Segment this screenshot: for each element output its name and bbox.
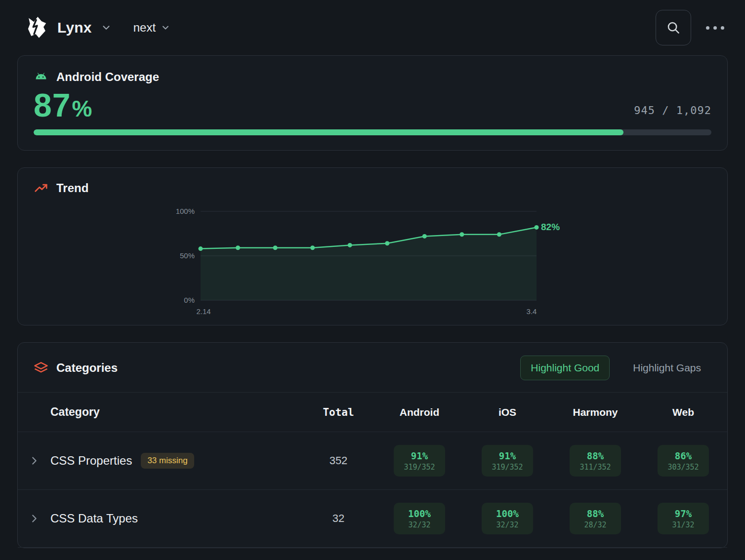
search-button[interactable] xyxy=(656,10,691,45)
highlight-toggle-group: Highlight Good Highlight Gaps xyxy=(520,356,711,380)
column-header-android: Android xyxy=(375,406,463,418)
layers-icon xyxy=(34,360,48,375)
app-switcher-button[interactable] xyxy=(99,20,114,35)
trend-title: Trend xyxy=(56,181,88,195)
coverage-progress-fill xyxy=(34,129,623,135)
branch-selector[interactable]: next xyxy=(133,21,170,35)
coverage-title: Android Coverage xyxy=(56,70,159,84)
harmony-coverage-cell: 88% 28/32 xyxy=(570,503,621,534)
table-row-css-data-types[interactable]: CSS Data Types 32 100% 32/32 100% 32/32 … xyxy=(18,490,727,548)
ios-coverage-cell: 91% 319/352 xyxy=(482,445,533,477)
column-header-ios: iOS xyxy=(463,406,551,418)
chevron-right-icon[interactable] xyxy=(29,513,40,524)
harmony-coverage-cell: 88% 311/352 xyxy=(570,445,621,477)
column-header-web: Web xyxy=(639,406,727,418)
categories-title: Categories xyxy=(56,361,118,375)
column-header-category: Category xyxy=(50,405,301,419)
web-coverage-cell: 86% 303/352 xyxy=(658,445,709,477)
total-value: 32 xyxy=(301,512,375,525)
trend-chart: 0%50%100%2.143.482% xyxy=(34,203,711,318)
android-coverage-cell: 91% 319/352 xyxy=(394,445,445,477)
web-coverage-cell: 97% 31/32 xyxy=(658,503,709,534)
missing-badge: 33 missing xyxy=(141,453,194,469)
ios-coverage-cell: 100% 32/32 xyxy=(482,503,533,534)
categories-card: Categories Highlight Good Highlight Gaps… xyxy=(17,342,728,548)
svg-text:50%: 50% xyxy=(180,251,195,260)
brand-area: Lynx next xyxy=(24,14,170,41)
chevron-right-icon[interactable] xyxy=(29,455,40,466)
trending-up-icon xyxy=(34,181,48,196)
highlight-gaps-button[interactable]: Highlight Gaps xyxy=(622,356,711,380)
app-name: Lynx xyxy=(57,19,92,36)
trend-card: Trend 0%50%100%2.143.482% xyxy=(17,167,728,325)
android-coverage-cell: 100% 32/32 xyxy=(394,503,445,534)
category-name: CSS Properties xyxy=(50,454,132,468)
table-row-css-properties[interactable]: CSS Properties 33 missing 352 91% 319/35… xyxy=(18,432,727,490)
coverage-progress-bar xyxy=(34,129,711,135)
column-header-total: Total xyxy=(301,406,375,418)
categories-table: Category Total Android iOS Harmony Web C… xyxy=(18,392,727,548)
coverage-percent: 87% xyxy=(34,88,92,122)
branch-label: next xyxy=(133,21,156,35)
svg-text:3.4: 3.4 xyxy=(527,307,537,316)
category-name: CSS Data Types xyxy=(50,512,138,525)
coverage-fraction: 945 / 1,092 xyxy=(634,104,711,122)
trend-line-chart: 0%50%100%2.143.482% xyxy=(170,203,575,318)
android-icon xyxy=(34,70,48,84)
table-header-row: Category Total Android iOS Harmony Web xyxy=(18,392,727,432)
highlight-good-button[interactable]: Highlight Good xyxy=(520,356,610,380)
android-coverage-card: Android Coverage 87% 945 / 1,092 xyxy=(17,55,728,151)
svg-text:2.14: 2.14 xyxy=(196,307,210,316)
overflow-menu-button[interactable] xyxy=(704,21,726,35)
svg-text:100%: 100% xyxy=(176,207,195,215)
top-actions xyxy=(656,10,726,45)
svg-text:82%: 82% xyxy=(541,222,560,233)
search-icon xyxy=(666,20,681,35)
column-header-harmony: Harmony xyxy=(551,406,639,418)
svg-text:0%: 0% xyxy=(184,296,195,304)
top-bar: Lynx next xyxy=(0,0,745,55)
lynx-logo-icon[interactable] xyxy=(24,14,50,41)
ellipsis-icon xyxy=(706,26,709,30)
chevron-down-icon xyxy=(101,22,112,33)
chevron-down-icon xyxy=(161,23,170,33)
total-value: 352 xyxy=(301,454,375,467)
